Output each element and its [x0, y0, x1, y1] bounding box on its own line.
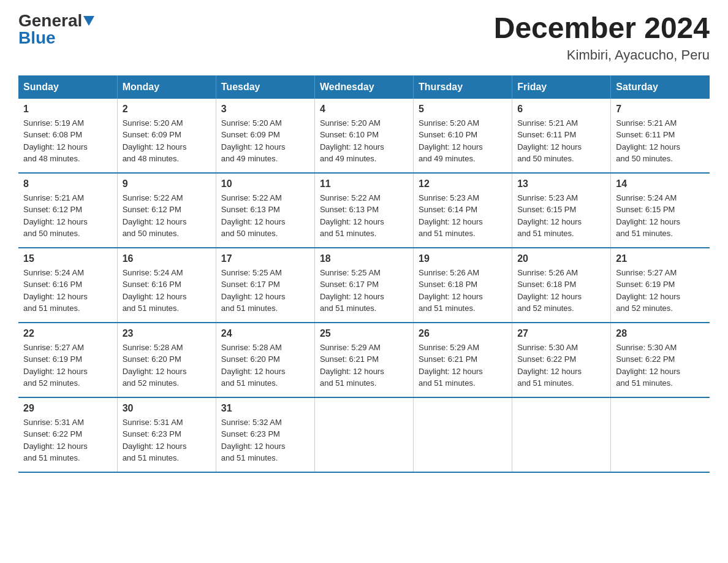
- calendar-cell: 7 Sunrise: 5:21 AMSunset: 6:11 PMDayligh…: [611, 99, 710, 173]
- day-number: 11: [320, 178, 408, 190]
- day-info: Sunrise: 5:20 AMSunset: 6:09 PMDaylight:…: [221, 118, 286, 164]
- day-info: Sunrise: 5:30 AMSunset: 6:22 PMDaylight:…: [616, 343, 680, 388]
- day-number: 28: [616, 328, 705, 339]
- day-info: Sunrise: 5:26 AMSunset: 6:18 PMDaylight:…: [419, 268, 483, 313]
- title-area: December 2024 Kimbiri, Ayacucho, Peru: [494, 12, 710, 63]
- header-thursday: Thursday: [414, 75, 512, 99]
- calendar-header-row: SundayMondayTuesdayWednesdayThursdayFrid…: [18, 75, 710, 99]
- week-row-5: 29 Sunrise: 5:31 AMSunset: 6:22 PMDaylig…: [18, 397, 710, 472]
- calendar-cell: 11 Sunrise: 5:22 AMSunset: 6:13 PMDaylig…: [314, 173, 413, 248]
- month-title: December 2024: [494, 12, 710, 45]
- calendar-cell: 4 Sunrise: 5:20 AMSunset: 6:10 PMDayligh…: [314, 99, 413, 173]
- calendar-cell: 6 Sunrise: 5:21 AMSunset: 6:11 PMDayligh…: [512, 99, 611, 173]
- day-number: 13: [517, 178, 605, 190]
- calendar-cell: 10 Sunrise: 5:22 AMSunset: 6:13 PMDaylig…: [216, 173, 314, 248]
- day-number: 2: [123, 104, 211, 115]
- day-info: Sunrise: 5:23 AMSunset: 6:15 PMDaylight:…: [517, 193, 582, 239]
- logo-arrow-icon: [83, 16, 94, 26]
- calendar-cell: 16 Sunrise: 5:24 AMSunset: 6:16 PMDaylig…: [117, 248, 216, 323]
- calendar-cell: 5 Sunrise: 5:20 AMSunset: 6:10 PMDayligh…: [414, 99, 512, 173]
- day-number: 7: [616, 104, 705, 115]
- day-info: Sunrise: 5:32 AMSunset: 6:23 PMDaylight:…: [221, 418, 286, 463]
- day-info: Sunrise: 5:22 AMSunset: 6:12 PMDaylight:…: [123, 193, 187, 239]
- day-info: Sunrise: 5:22 AMSunset: 6:13 PMDaylight:…: [320, 193, 384, 239]
- logo-blue: Blue: [18, 28, 56, 47]
- day-info: Sunrise: 5:24 AMSunset: 6:16 PMDaylight:…: [123, 268, 187, 313]
- page-header: General Blue December 2024 Kimbiri, Ayac…: [18, 12, 710, 63]
- day-number: 14: [616, 178, 705, 190]
- calendar-cell: 17 Sunrise: 5:25 AMSunset: 6:17 PMDaylig…: [216, 248, 314, 323]
- calendar-cell: 21 Sunrise: 5:27 AMSunset: 6:19 PMDaylig…: [611, 248, 710, 323]
- day-number: 20: [517, 253, 605, 264]
- day-number: 4: [320, 104, 408, 115]
- calendar-cell: 14 Sunrise: 5:24 AMSunset: 6:15 PMDaylig…: [611, 173, 710, 248]
- day-number: 3: [221, 104, 309, 115]
- day-info: Sunrise: 5:22 AMSunset: 6:13 PMDaylight:…: [221, 193, 286, 239]
- header-saturday: Saturday: [611, 75, 710, 99]
- day-number: 24: [221, 328, 309, 339]
- day-number: 25: [320, 328, 408, 339]
- calendar-cell: 30 Sunrise: 5:31 AMSunset: 6:23 PMDaylig…: [117, 397, 216, 472]
- calendar-cell: [314, 397, 413, 472]
- day-info: Sunrise: 5:20 AMSunset: 6:10 PMDaylight:…: [419, 118, 483, 164]
- day-info: Sunrise: 5:21 AMSunset: 6:11 PMDaylight:…: [517, 118, 582, 164]
- calendar-cell: [512, 397, 611, 472]
- day-number: 6: [517, 104, 605, 115]
- day-number: 8: [23, 178, 112, 190]
- calendar-cell: 27 Sunrise: 5:30 AMSunset: 6:22 PMDaylig…: [512, 323, 611, 397]
- day-info: Sunrise: 5:29 AMSunset: 6:21 PMDaylight:…: [320, 343, 384, 388]
- day-number: 23: [123, 328, 211, 339]
- calendar-cell: 8 Sunrise: 5:21 AMSunset: 6:12 PMDayligh…: [18, 173, 117, 248]
- day-info: Sunrise: 5:24 AMSunset: 6:16 PMDaylight:…: [23, 268, 88, 313]
- calendar-cell: 13 Sunrise: 5:23 AMSunset: 6:15 PMDaylig…: [512, 173, 611, 248]
- day-number: 26: [419, 328, 507, 339]
- day-number: 15: [23, 253, 112, 264]
- calendar-table: SundayMondayTuesdayWednesdayThursdayFrid…: [18, 75, 710, 473]
- day-number: 17: [221, 253, 309, 264]
- calendar-cell: 9 Sunrise: 5:22 AMSunset: 6:12 PMDayligh…: [117, 173, 216, 248]
- week-row-4: 22 Sunrise: 5:27 AMSunset: 6:19 PMDaylig…: [18, 323, 710, 397]
- day-info: Sunrise: 5:24 AMSunset: 6:15 PMDaylight:…: [616, 193, 680, 239]
- calendar-cell: 1 Sunrise: 5:19 AMSunset: 6:08 PMDayligh…: [18, 99, 117, 173]
- day-number: 27: [517, 328, 605, 339]
- day-number: 9: [123, 178, 211, 190]
- header-sunday: Sunday: [18, 75, 117, 99]
- header-wednesday: Wednesday: [314, 75, 413, 99]
- day-info: Sunrise: 5:28 AMSunset: 6:20 PMDaylight:…: [221, 343, 286, 388]
- day-info: Sunrise: 5:27 AMSunset: 6:19 PMDaylight:…: [23, 343, 88, 388]
- day-info: Sunrise: 5:25 AMSunset: 6:17 PMDaylight:…: [221, 268, 286, 313]
- calendar-cell: 28 Sunrise: 5:30 AMSunset: 6:22 PMDaylig…: [611, 323, 710, 397]
- day-info: Sunrise: 5:19 AMSunset: 6:08 PMDaylight:…: [23, 118, 88, 164]
- day-number: 29: [23, 403, 112, 414]
- logo-general: General: [18, 12, 82, 29]
- day-info: Sunrise: 5:20 AMSunset: 6:09 PMDaylight:…: [123, 118, 187, 164]
- week-row-2: 8 Sunrise: 5:21 AMSunset: 6:12 PMDayligh…: [18, 173, 710, 248]
- location-title: Kimbiri, Ayacucho, Peru: [494, 47, 710, 63]
- calendar-cell: 15 Sunrise: 5:24 AMSunset: 6:16 PMDaylig…: [18, 248, 117, 323]
- day-number: 18: [320, 253, 408, 264]
- header-tuesday: Tuesday: [216, 75, 314, 99]
- calendar-cell: 26 Sunrise: 5:29 AMSunset: 6:21 PMDaylig…: [414, 323, 512, 397]
- calendar-cell: 24 Sunrise: 5:28 AMSunset: 6:20 PMDaylig…: [216, 323, 314, 397]
- logo: General Blue: [18, 12, 94, 47]
- day-number: 10: [221, 178, 309, 190]
- day-info: Sunrise: 5:27 AMSunset: 6:19 PMDaylight:…: [616, 268, 680, 313]
- day-number: 21: [616, 253, 705, 264]
- calendar-cell: 25 Sunrise: 5:29 AMSunset: 6:21 PMDaylig…: [314, 323, 413, 397]
- calendar-cell: 12 Sunrise: 5:23 AMSunset: 6:14 PMDaylig…: [414, 173, 512, 248]
- day-info: Sunrise: 5:28 AMSunset: 6:20 PMDaylight:…: [123, 343, 187, 388]
- day-number: 30: [123, 403, 211, 414]
- calendar-cell: [414, 397, 512, 472]
- day-number: 31: [221, 403, 309, 414]
- day-number: 22: [23, 328, 112, 339]
- calendar-cell: 23 Sunrise: 5:28 AMSunset: 6:20 PMDaylig…: [117, 323, 216, 397]
- week-row-3: 15 Sunrise: 5:24 AMSunset: 6:16 PMDaylig…: [18, 248, 710, 323]
- calendar-cell: 18 Sunrise: 5:25 AMSunset: 6:17 PMDaylig…: [314, 248, 413, 323]
- calendar-cell: [611, 397, 710, 472]
- day-info: Sunrise: 5:21 AMSunset: 6:12 PMDaylight:…: [23, 193, 88, 239]
- calendar-cell: 2 Sunrise: 5:20 AMSunset: 6:09 PMDayligh…: [117, 99, 216, 173]
- day-info: Sunrise: 5:30 AMSunset: 6:22 PMDaylight:…: [517, 343, 582, 388]
- day-info: Sunrise: 5:23 AMSunset: 6:14 PMDaylight:…: [419, 193, 483, 239]
- calendar-cell: 19 Sunrise: 5:26 AMSunset: 6:18 PMDaylig…: [414, 248, 512, 323]
- day-number: 5: [419, 104, 507, 115]
